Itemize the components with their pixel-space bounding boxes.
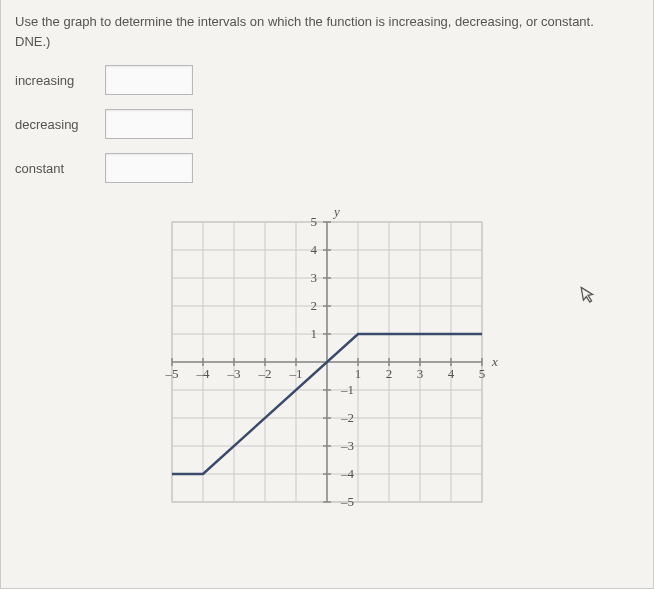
svg-text:–5: –5 bbox=[340, 494, 354, 509]
label-increasing: increasing bbox=[15, 73, 105, 88]
svg-text:x: x bbox=[491, 354, 498, 369]
function-graph: –5–4–3–2–112345–5–4–3–2–112345yx bbox=[147, 197, 507, 527]
svg-text:2: 2 bbox=[386, 366, 393, 381]
svg-text:–5: –5 bbox=[165, 366, 179, 381]
question-prompt: Use the graph to determine the intervals… bbox=[15, 12, 639, 51]
svg-text:1: 1 bbox=[311, 326, 318, 341]
svg-text:4: 4 bbox=[448, 366, 455, 381]
svg-text:–2: –2 bbox=[340, 410, 354, 425]
input-constant[interactable] bbox=[105, 153, 193, 183]
svg-text:–3: –3 bbox=[227, 366, 241, 381]
row-decreasing: decreasing bbox=[15, 109, 639, 139]
input-increasing[interactable] bbox=[105, 65, 193, 95]
svg-text:5: 5 bbox=[479, 366, 486, 381]
svg-text:–1: –1 bbox=[340, 382, 354, 397]
svg-text:5: 5 bbox=[311, 214, 318, 229]
svg-text:3: 3 bbox=[417, 366, 424, 381]
svg-text:–4: –4 bbox=[340, 466, 355, 481]
label-decreasing: decreasing bbox=[15, 117, 105, 132]
svg-text:4: 4 bbox=[311, 242, 318, 257]
input-decreasing[interactable] bbox=[105, 109, 193, 139]
svg-text:y: y bbox=[332, 204, 340, 219]
chart-container: –5–4–3–2–112345–5–4–3–2–112345yx bbox=[15, 197, 639, 527]
svg-text:3: 3 bbox=[311, 270, 318, 285]
svg-text:2: 2 bbox=[311, 298, 318, 313]
label-constant: constant bbox=[15, 161, 105, 176]
svg-text:1: 1 bbox=[355, 366, 362, 381]
svg-text:–2: –2 bbox=[258, 366, 272, 381]
row-constant: constant bbox=[15, 153, 639, 183]
question-panel: Use the graph to determine the intervals… bbox=[0, 0, 654, 589]
svg-text:–1: –1 bbox=[289, 366, 303, 381]
prompt-line: Use the graph to determine the intervals… bbox=[15, 14, 594, 29]
prompt-note: DNE.) bbox=[15, 34, 50, 49]
svg-text:–4: –4 bbox=[196, 366, 211, 381]
row-increasing: increasing bbox=[15, 65, 639, 95]
svg-text:–3: –3 bbox=[340, 438, 354, 453]
